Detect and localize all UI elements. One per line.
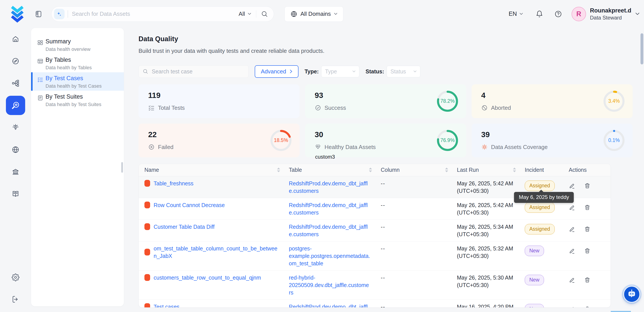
sort-icon[interactable]: [369, 168, 372, 172]
x-circle-icon: [148, 144, 155, 150]
success-card[interactable]: 93 Success 78.2%: [305, 84, 466, 118]
incident-status-badge[interactable]: New: [525, 275, 544, 285]
rail-item-domains[interactable]: [0, 138, 31, 161]
healthy-assets-ring: 76.9%: [437, 130, 458, 151]
incident-status-badge[interactable]: Assigned: [525, 224, 555, 234]
type-filter-label: Type:: [304, 68, 319, 75]
edit-icon[interactable]: [569, 277, 575, 296]
table-link[interactable]: RedshiftProd.dev.demo_dbt_jaffle.custome…: [289, 304, 368, 307]
sort-icon[interactable]: [445, 168, 448, 172]
incident-status-badge[interactable]: New: [525, 246, 544, 256]
column-cell: --: [375, 271, 451, 299]
advanced-search-button[interactable]: Advanced: [255, 65, 298, 78]
rail-item-knowledge-center[interactable]: [0, 183, 31, 205]
test-status-indicator: [144, 249, 150, 255]
delete-icon[interactable]: [584, 226, 590, 238]
delete-icon[interactable]: [584, 306, 590, 307]
rail-item-lineage[interactable]: [0, 72, 31, 94]
incident-status-badge[interactable]: Assigned: [525, 181, 555, 191]
ban-circle-icon: [481, 104, 488, 111]
rail-item-insights[interactable]: [0, 116, 31, 138]
table-link[interactable]: red-hybrid-20250509.dev.dbt_jaffle.custo…: [289, 274, 369, 295]
column-header-last-run[interactable]: Last Run: [451, 167, 519, 173]
ai-sparkle-icon: [54, 9, 64, 19]
data-quality-subnav: Summary Data health overview By Tables D…: [31, 28, 124, 306]
help-icon[interactable]: [554, 10, 562, 18]
search-scope-dropdown[interactable]: All: [239, 11, 251, 17]
sort-icon[interactable]: [513, 168, 516, 172]
notifications-bell-icon[interactable]: [536, 10, 543, 18]
subnav-item-by-tables[interactable]: By Tables Data health by Tables: [31, 54, 124, 72]
test-case-link[interactable]: Test cases: [154, 303, 180, 307]
edit-icon[interactable]: [569, 226, 575, 238]
type-filter-select[interactable]: Type: [321, 66, 359, 77]
language-selector[interactable]: EN: [508, 11, 523, 17]
globe-icon: [12, 146, 20, 153]
global-search-bar[interactable]: Search for Data Assets All: [51, 6, 274, 22]
rail-item-explore[interactable]: [0, 50, 31, 72]
delete-icon[interactable]: [584, 277, 590, 296]
status-filter-select[interactable]: Status: [387, 66, 420, 77]
incident-status-badge[interactable]: New: [525, 304, 544, 307]
test-case-link[interactable]: om_test_table_table_column_count_to_be_b…: [154, 245, 279, 260]
rail-item-governance[interactable]: [0, 161, 31, 183]
coverage-card[interactable]: 39 Data Assets Coverage 0.1%: [472, 124, 632, 157]
table-link[interactable]: RedshiftProd.dev.demo_dbt_jaffle.custome…: [289, 202, 368, 216]
summary-cards: 119 Total Tests 93 Success 78.2% 4 Abort…: [138, 84, 632, 157]
test-case-search-input[interactable]: [152, 68, 244, 75]
last-run-cell: May 26, 2025, 5:42 AM (UTC+05:30): [451, 198, 519, 220]
user-info: Rounakpreet.d Data Steward: [590, 8, 631, 20]
sidebar-toggle-icon[interactable]: [34, 10, 42, 18]
test-case-search[interactable]: [138, 65, 248, 78]
test-case-link[interactable]: Row Count Cannot Decrease: [154, 201, 225, 209]
delete-icon[interactable]: [584, 204, 590, 216]
user-avatar[interactable]: R: [572, 7, 586, 21]
column-header-name[interactable]: Name: [139, 167, 283, 173]
delete-icon[interactable]: [584, 183, 590, 195]
incident-tooltip: May 6, 2025 by teddy: [514, 192, 574, 203]
column-header-table[interactable]: Table: [283, 167, 375, 173]
edit-icon[interactable]: [569, 248, 575, 267]
total-tests-card[interactable]: 119 Total Tests: [138, 84, 300, 118]
rail-item-home[interactable]: [0, 28, 31, 50]
subnav-item-by-test-suites[interactable]: By Test Suites Data health by Test Suite…: [31, 91, 124, 109]
compass-icon: [12, 57, 20, 65]
open-book-icon: [12, 190, 20, 198]
subnav-scrollbar[interactable]: [121, 162, 123, 173]
data-quality-icon: [11, 101, 20, 110]
subnav-item-by-test-cases[interactable]: By Test Cases Data health by Test Cases: [31, 72, 124, 91]
table-link[interactable]: RedshiftProd.dev.demo_dbt_jaffle.custome…: [289, 180, 368, 194]
robot-icon: [626, 289, 637, 299]
test-case-link[interactable]: Customer Table Data Diff: [154, 223, 214, 230]
chat-assistant-button[interactable]: [624, 286, 640, 302]
rail-item-data-quality[interactable]: [0, 94, 31, 116]
test-case-link[interactable]: Table_freshness: [154, 180, 194, 187]
aborted-card[interactable]: 4 Aborted 3.4%: [472, 84, 632, 118]
table-link[interactable]: postgres-example.postgres.openmetadata.o…: [289, 245, 370, 266]
search-icon[interactable]: [261, 11, 268, 18]
success-ring: 78.2%: [437, 90, 458, 112]
chevron-down-icon: [413, 70, 417, 73]
table-header-row: Name Table Column Last Run Incident Acti…: [139, 164, 610, 176]
page-scrollbar[interactable]: [640, 33, 643, 64]
incident-status-badge[interactable]: Assigned: [525, 202, 555, 213]
rail-item-logout[interactable]: [0, 295, 31, 303]
edit-icon[interactable]: [569, 204, 575, 216]
column-header-column[interactable]: Column: [375, 167, 451, 173]
healthy-assets-card[interactable]: 30 Healthy Data Assets 76.9%: [305, 124, 466, 157]
aborted-ring: 3.4%: [603, 90, 625, 112]
table-link[interactable]: RedshiftProd.dev.demo_dbt_jaffle.custome…: [289, 224, 368, 237]
horizontal-scrollbar[interactable]: [611, 311, 631, 312]
sort-icon[interactable]: [277, 168, 280, 172]
failed-card[interactable]: 22 Failed 18.5%: [138, 124, 300, 157]
app-logo-icon[interactable]: [9, 5, 26, 23]
rail-item-settings[interactable]: [0, 273, 31, 281]
test-case-link[interactable]: customers_table_row_count_to_equal_qjnm: [154, 274, 261, 281]
last-run-cell: May 26, 2025, 5:30 AM (UTC+05:30): [451, 271, 519, 299]
domains-selector[interactable]: All Domains: [284, 6, 343, 22]
subnav-item-summary[interactable]: Summary Data health overview: [31, 36, 124, 54]
search-icon: [143, 68, 148, 75]
edit-icon[interactable]: [569, 306, 575, 307]
delete-icon[interactable]: [584, 248, 590, 267]
user-menu-chevron-icon[interactable]: [635, 13, 640, 15]
